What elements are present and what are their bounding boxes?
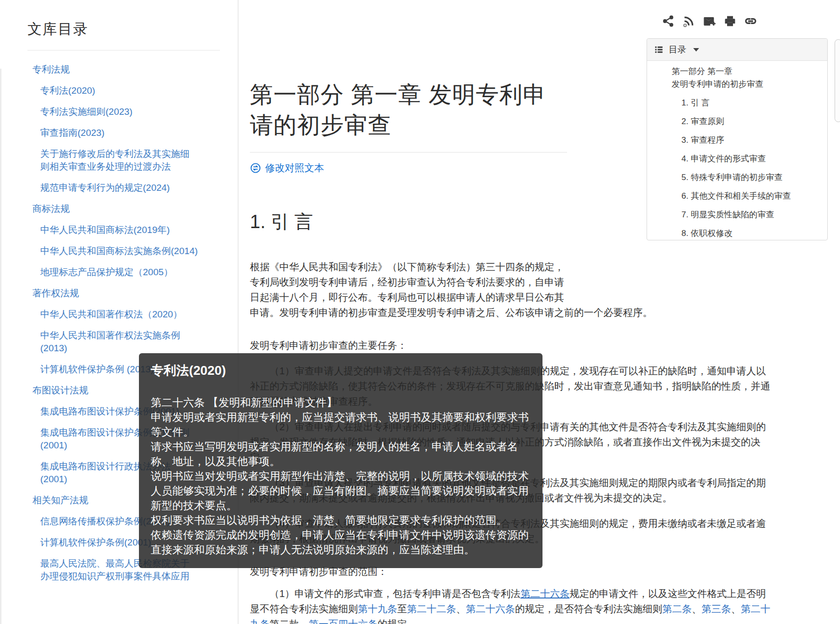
scope-text: 、 [456, 603, 466, 614]
sidebar-section-link[interactable]: 相关知产法规 [32, 494, 88, 507]
sidebar-item-link[interactable]: 关于施行修改后的专利法及其实施细 则相关审查业务处理的过渡办法 [40, 148, 190, 173]
page: 文库目录 专利法规专利法(2020)专利法实施细则(2023)审查指南(2023… [0, 0, 840, 624]
sidebar-item: 规范申请专利行为的规定(2024) [27, 182, 220, 194]
tasks-lead: 发明专利申请初步审查的主要任务： [250, 338, 770, 353]
rss-icon[interactable] [682, 15, 695, 27]
tooltip-body: 第二十六条 【发明和新型的申请文件】申请发明或者实用新型专利的，应当提交请求书、… [151, 395, 531, 557]
toc-item[interactable]: 8. 依职权修改 [672, 227, 822, 240]
sidebar-section-link[interactable]: 布图设计法规 [32, 384, 88, 397]
link-icon[interactable] [744, 15, 757, 27]
sidebar-section: 专利法规 [27, 63, 220, 76]
email-subscribe-icon[interactable] [703, 15, 716, 27]
share-icon[interactable] [662, 15, 675, 27]
sidebar-section-link[interactable]: 专利法规 [32, 63, 70, 76]
toc-item[interactable]: 7. 明显实质性缺陷的审查 [672, 208, 822, 221]
tooltip-line: 权利要求书应当以说明书为依据，清楚、简要地限定要求专利保护的范围。 [151, 513, 531, 528]
chevron-down-icon [693, 48, 699, 52]
tooltip-line: 请求书应当写明发明或者实用新型的名称，发明人的姓名，申请人姓名或者名称、地址，以… [151, 440, 531, 469]
toc-chapter-link[interactable]: 第一部分 第一章 发明专利申请的初步审查 [672, 65, 822, 91]
article-link[interactable]: 第二条 [662, 603, 692, 614]
sidebar-item-link[interactable]: 规范申请专利行为的规定(2024) [40, 182, 170, 194]
tooltip-line: 申请发明或者实用新型专利的，应当提交请求书、说明书及其摘要和权利要求书等文件。 [151, 410, 531, 440]
article-link[interactable]: 第十九条 [358, 603, 397, 614]
sidebar-item: 关于施行修改后的专利法及其实施细 则相关审查业务处理的过渡办法 [27, 148, 220, 173]
tooltip-title: 专利法(2020) [151, 362, 531, 379]
scope-text: 第二款、 [270, 619, 309, 624]
tooltip-line: 第二十六条 【发明和新型的申请文件】 [151, 395, 531, 410]
sidebar-item-link[interactable]: 地理标志产品保护规定（2005） [40, 266, 173, 279]
toc-item[interactable]: 2. 审查原则 [672, 115, 822, 128]
scope-text: （1）申请文件的形式审查，包括专利申请是否包含专利法 [270, 588, 520, 599]
sidebar-item-link[interactable]: 中华人民共和国商标法(2019年) [40, 224, 170, 236]
title-divider [250, 152, 567, 153]
sidebar-item-link[interactable]: 中华人民共和国商标法实施条例(2014) [40, 245, 198, 258]
print-icon[interactable] [724, 15, 736, 27]
article-link[interactable]: 第二十六条 [466, 603, 515, 614]
scope-text: 的规定，是否符合专利法实施细则 [515, 603, 662, 614]
sidebar-scrollbar-track[interactable] [0, 69, 1, 624]
scope-paragraph: （1）申请文件的形式审查，包括专利申请是否包含专利法第二十六条规定的申请文件，以… [250, 586, 770, 624]
compare-icon [250, 162, 261, 174]
tooltip: 专利法(2020) 第二十六条 【发明和新型的申请文件】申请发明或者实用新型专利… [139, 353, 542, 568]
toc-header[interactable]: 目录 [647, 39, 827, 61]
toc-item[interactable]: 4. 申请文件的形式审查 [672, 153, 822, 165]
scope-text: 、 [692, 603, 702, 614]
sidebar-item-link[interactable]: 审查指南(2023) [40, 127, 105, 139]
sidebar-item-link[interactable]: 计算机软件保护条例 (2013) [40, 363, 154, 376]
toc-box: 目录 第一部分 第一章 发明专利申请的初步审查 1. 引 言2. 审查原则3. … [647, 38, 828, 240]
scope-text: 的规定。 [378, 619, 417, 624]
toc-item[interactable]: 5. 特殊专利申请的初步审查 [672, 171, 822, 184]
scope-text: 、 [731, 603, 741, 614]
tooltip-line: 说明书应当对发明或者实用新型作出清楚、完整的说明，以所属技术领域的技术人员能够实… [151, 469, 531, 513]
sidebar-item-link[interactable]: 计算机软件保护条例(2001) [40, 536, 151, 549]
sidebar-item-link[interactable]: 中华人民共和国著作权法（2020） [40, 308, 182, 321]
article-link[interactable]: 第一百四十六条 [309, 619, 378, 624]
sidebar-section: 商标法规 [27, 203, 220, 215]
sidebar-item-link[interactable]: 专利法(2020) [40, 84, 95, 97]
toc-items: 1. 引 言2. 审查原则3. 审查程序4. 申请文件的形式审查5. 特殊专利申… [672, 97, 822, 240]
toc-item[interactable]: 6. 其他文件和相关手续的审查 [672, 190, 822, 203]
sidebar-item: 审查指南(2023) [27, 127, 220, 139]
toc-item[interactable]: 1. 引 言 [672, 97, 822, 109]
sidebar-section-link[interactable]: 商标法规 [32, 203, 70, 215]
sidebar-item: 中华人民共和国著作权法（2020） [27, 308, 220, 321]
compare-text-link[interactable]: 修改对照文本 [250, 160, 567, 176]
tooltip-line: 依赖遗传资源完成的发明创造，申请人应当在专利申请文件中说明该遗传资源的直接来源和… [151, 528, 531, 557]
sidebar-item: 中华人民共和国著作权法实施条例 (2013) [27, 329, 220, 355]
sidebar-item: 地理标志产品保护规定（2005） [27, 266, 220, 279]
sidebar-divider [27, 50, 220, 51]
article-link[interactable]: 第三条 [702, 603, 731, 614]
list-icon [654, 45, 664, 54]
page-scrollbar-thumb[interactable] [835, 39, 840, 122]
sidebar-item: 中华人民共和国商标法实施条例(2014) [27, 245, 220, 258]
sidebar-item: 专利法(2020) [27, 84, 220, 97]
toc-header-label: 目录 [669, 44, 686, 55]
sidebar-item-link[interactable]: 专利法实施细则(2023) [40, 105, 133, 118]
sidebar-section: 著作权法规 [27, 287, 220, 300]
toc-item[interactable]: 3. 审查程序 [672, 134, 822, 147]
sidebar-item-link[interactable]: 中华人民共和国著作权法实施条例 (2013) [40, 329, 180, 355]
compare-link-label: 修改对照文本 [265, 160, 324, 176]
sidebar-title: 文库目录 [27, 20, 220, 39]
toolbar [662, 15, 757, 27]
sidebar-section-link[interactable]: 著作权法规 [32, 287, 79, 300]
sidebar-item: 中华人民共和国商标法(2019年) [27, 224, 220, 236]
article-link[interactable]: 第二十六条 [520, 588, 569, 599]
sidebar-item: 专利法实施细则(2023) [27, 105, 220, 118]
toc-body: 第一部分 第一章 发明专利申请的初步审查 1. 引 言2. 审查原则3. 审查程… [647, 61, 827, 240]
article-link[interactable]: 第二十二条 [407, 603, 456, 614]
scope-text: 至 [397, 603, 407, 614]
